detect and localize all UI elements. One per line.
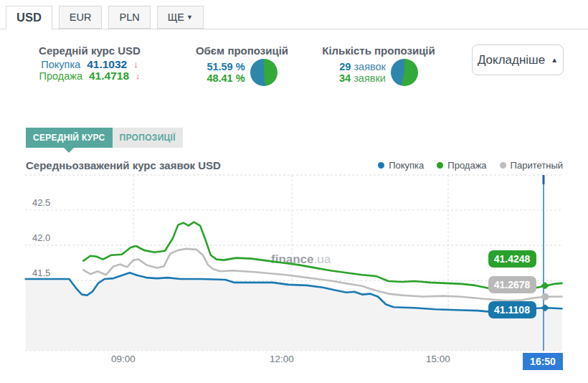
parity-value-label: 41.2678 bbox=[494, 279, 531, 290]
tab-offers-label: ПРОПОЗИЦІЇ bbox=[120, 133, 176, 143]
crosshair-markers bbox=[541, 282, 549, 311]
count-sell-number: 34 bbox=[339, 72, 351, 84]
chart-legend: Покупка Продажа Паритетный bbox=[378, 160, 563, 171]
count-title: Кількість пропозицій bbox=[321, 44, 436, 57]
legend-item-buy[interactable]: Покупка bbox=[378, 160, 424, 171]
buy-value: 41.1032 bbox=[87, 59, 127, 70]
line-chart: 42.5 42.0 41.5 41.0 40.5 09:00 12:00 15:… bbox=[0, 172, 588, 383]
x-tick-09: 09:00 bbox=[111, 354, 136, 364]
finance-ua-watermark: finance.ua bbox=[271, 252, 331, 266]
volume-block: Обєм пропозицій 51.59 % 48.41 % bbox=[194, 44, 290, 86]
volume-sell-percent: 48.41 % bbox=[207, 72, 245, 84]
sell-value-label: 41.4248 bbox=[494, 253, 531, 265]
stats-row: Середній курс USD Покупка 41.1032 ↓ Прод… bbox=[0, 43, 588, 126]
volume-title: Обєм пропозицій bbox=[194, 44, 290, 57]
count-buy-number: 29 bbox=[339, 61, 351, 72]
tab-offers[interactable]: ПРОПОЗИЦІЇ bbox=[113, 128, 183, 148]
series-lines bbox=[26, 222, 562, 351]
legend-dot-buy bbox=[378, 162, 384, 169]
count-pie-chart bbox=[391, 59, 418, 86]
average-rate-block: Середній курс USD Покупка 41.1032 ↓ Прод… bbox=[29, 44, 151, 82]
crosshair-time-label: 16:50 bbox=[530, 356, 556, 367]
y-tick-41-5: 41.5 bbox=[32, 268, 50, 278]
tab-usd[interactable]: USD bbox=[6, 6, 52, 29]
tab-average-rate-label: СЕРЕДНІЙ КУРС bbox=[33, 133, 105, 143]
tab-eur-label: EUR bbox=[70, 11, 92, 23]
count-block: Кількість пропозицій 29 заявок 34 заявки bbox=[321, 44, 436, 86]
y-tick-42-5: 42.5 bbox=[32, 197, 50, 208]
tab-pln[interactable]: PLN bbox=[108, 6, 150, 29]
tab-usd-label: USD bbox=[16, 11, 42, 24]
buy-label: Покупка bbox=[41, 59, 80, 70]
legend-label-parity: Паритетный bbox=[511, 160, 563, 171]
details-button[interactable]: Докладніше ▲ bbox=[472, 44, 564, 75]
active-tab-pointer bbox=[64, 148, 74, 153]
chart-header: Середньозважений курс заявок USD Покупка… bbox=[26, 159, 563, 171]
details-button-label: Докладніше bbox=[478, 53, 545, 67]
arrow-down-icon: ↓ bbox=[133, 59, 138, 70]
tab-pln-label: PLN bbox=[119, 11, 139, 23]
tab-eur[interactable]: EUR bbox=[59, 6, 103, 29]
volume-pie-chart bbox=[250, 59, 278, 86]
legend-item-parity[interactable]: Паритетный bbox=[500, 160, 563, 171]
triangle-up-icon: ▲ bbox=[551, 56, 558, 64]
sell-label: Продажа bbox=[39, 70, 82, 82]
currency-tabbar: USD EUR PLN ЩЕ ▼ bbox=[0, 6, 588, 29]
x-tick-15: 15:00 bbox=[426, 354, 450, 364]
average-rate-title: Середній курс USD bbox=[29, 44, 151, 57]
tab-more[interactable]: ЩЕ ▼ bbox=[157, 6, 204, 29]
chart-tabbar: СЕРЕДНІЙ КУРС ПРОПОЗИЦІЇ bbox=[26, 128, 183, 148]
chart-title: Середньозважений курс заявок USD bbox=[26, 159, 221, 171]
legend-dot-sell bbox=[437, 162, 443, 169]
volume-buy-percent: 51.59 % bbox=[207, 61, 245, 72]
tab-average-rate[interactable]: СЕРЕДНІЙ КУРС bbox=[26, 128, 113, 148]
legend-dot-parity bbox=[500, 162, 506, 169]
legend-label-buy: Покупка bbox=[389, 160, 424, 171]
legend-label-sell: Продажа bbox=[447, 160, 486, 171]
count-buy-unit: заявок bbox=[354, 61, 386, 72]
x-tick-12: 12:00 bbox=[270, 354, 294, 364]
arrow-down-icon: ↓ bbox=[136, 70, 141, 82]
count-sell-unit: заявки bbox=[354, 72, 386, 84]
chevron-down-icon: ▼ bbox=[186, 14, 193, 21]
sell-value: 41.4718 bbox=[89, 70, 129, 82]
y-tick-42-0: 42.0 bbox=[32, 232, 50, 243]
tab-more-label: ЩЕ bbox=[168, 11, 184, 23]
buy-value-label: 41.1108 bbox=[494, 304, 530, 316]
legend-item-sell[interactable]: Продажа bbox=[437, 160, 486, 171]
